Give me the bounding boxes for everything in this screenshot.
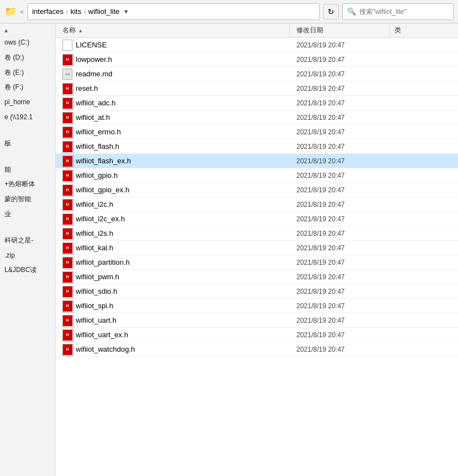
- table-row[interactable]: H wifiiot_flash_ex.h 2021/8/19 20:47: [56, 154, 458, 168]
- table-row[interactable]: H wifiiot_gpio.h 2021/8/19 20:47: [56, 168, 458, 183]
- sidebar-item-drive-c[interactable]: ows (C:): [0, 35, 55, 50]
- table-row[interactable]: H wifiiot_i2c.h 2021/8/19 20:47: [56, 197, 458, 212]
- sidebar-item-fuse[interactable]: +热熔断体: [0, 177, 55, 192]
- sidebar-item-smart[interactable]: 蒙的智能: [0, 192, 55, 207]
- file-icon-h: H: [62, 83, 72, 94]
- file-list: LICENSE 2021/8/19 20:47 H lowpower.h 202…: [56, 38, 458, 476]
- sidebar-item-pi-home[interactable]: pi_home: [0, 95, 55, 110]
- file-cell-date: 2021/8/19 20:47: [290, 300, 390, 312]
- breadcrumb-interfaces[interactable]: interfaces: [32, 7, 64, 16]
- table-row[interactable]: H wifiiot_watchdog.h 2021/8/19 20:47: [56, 342, 458, 357]
- file-name-label: wifiiot_partition.h: [76, 258, 130, 266]
- file-cell-name: H wifiiot_at.h: [56, 110, 290, 125]
- breadcrumb-wifiiot-lite[interactable]: wifiiot_lite: [88, 7, 119, 16]
- file-icon-md: md: [62, 69, 72, 80]
- table-row[interactable]: H wifiiot_gpio_ex.h 2021/8/19 20:47: [56, 183, 458, 197]
- file-cell-type: [390, 246, 458, 250]
- refresh-button[interactable]: ↻: [323, 4, 339, 20]
- sidebar-item-ability[interactable]: 能: [0, 162, 55, 177]
- breadcrumb-bar[interactable]: interfaces › kits › wifiiot_lite ▾: [27, 3, 320, 20]
- sidebar-item-research[interactable]: 科研之星-: [0, 233, 55, 248]
- table-row[interactable]: H lowpower.h 2021/8/19 20:47: [56, 52, 458, 67]
- file-name-label: wifiiot_gpio_ex.h: [76, 186, 129, 194]
- file-cell-date: 2021/8/19 20:47: [290, 98, 390, 109]
- table-row[interactable]: H wifiiot_spi.h 2021/8/19 20:47: [56, 299, 458, 313]
- sidebar-item-drive-e[interactable]: 卷 (E:): [0, 65, 55, 80]
- table-row[interactable]: H reset.h 2021/8/19 20:47: [56, 81, 458, 96]
- table-row[interactable]: H wifiiot_uart.h 2021/8/19 20:47: [56, 313, 458, 328]
- table-row[interactable]: H wifiiot_pwm.h 2021/8/19 20:47: [56, 270, 458, 284]
- file-name-label: wifiiot_watchdog.h: [76, 345, 135, 353]
- col-name-label: 名称: [62, 26, 76, 35]
- file-cell-name: H wifiiot_pwm.h: [56, 270, 290, 284]
- file-name-label: wifiiot_uart.h: [76, 316, 116, 324]
- sidebar-collapse-btn[interactable]: ▲: [0, 26, 55, 35]
- file-cell-type: [390, 174, 458, 177]
- col-header-type[interactable]: 类: [390, 23, 458, 37]
- file-cell-type: [390, 203, 458, 206]
- file-cell-name: H wifiiot_spi.h: [56, 299, 290, 313]
- search-icon: 🔍: [347, 7, 356, 16]
- file-icon-license: [62, 40, 72, 51]
- file-icon-h: H: [62, 242, 72, 254]
- sidebar-item-board[interactable]: 板: [0, 136, 55, 151]
- file-icon-h: H: [62, 199, 72, 210]
- sidebar-item-drive-f[interactable]: 卷 (F:): [0, 80, 55, 95]
- sidebar-item-zip[interactable]: .zip: [0, 248, 55, 263]
- breadcrumb-dropdown-icon[interactable]: ▾: [124, 7, 128, 16]
- sidebar-item-industry[interactable]: 业: [0, 207, 55, 222]
- file-icon-h: H: [62, 170, 72, 181]
- table-row[interactable]: H wifiiot_sdio.h 2021/8/19 20:47: [56, 284, 458, 299]
- file-cell-date: 2021/8/19 20:47: [290, 199, 390, 210]
- file-cell-name: H wifiiot_i2c.h: [56, 197, 290, 212]
- file-icon-h: H: [62, 184, 72, 196]
- file-cell-type: [390, 130, 458, 134]
- search-input[interactable]: [359, 8, 449, 16]
- file-icon-h: H: [62, 213, 72, 225]
- file-cell-type: [390, 188, 458, 192]
- table-row[interactable]: H wifiiot_i2s.h 2021/8/19 20:47: [56, 226, 458, 241]
- table-row[interactable]: H wifiiot_errno.h 2021/8/19 20:47: [56, 125, 458, 139]
- file-name-label: readme.md: [76, 70, 113, 78]
- table-row[interactable]: H wifiiot_i2c_ex.h 2021/8/19 20:47: [56, 212, 458, 226]
- col-type-label: 类: [394, 26, 401, 34]
- sidebar-item-network[interactable]: e (\\192.1: [0, 110, 55, 125]
- table-row[interactable]: md readme.md 2021/8/19 20:47: [56, 67, 458, 81]
- table-row[interactable]: H wifiiot_kal.h 2021/8/19 20:47: [56, 241, 458, 255]
- sidebar-item-jdbc[interactable]: L&JDBC读: [0, 263, 55, 278]
- file-cell-name: H wifiiot_adc.h: [56, 96, 290, 110]
- sidebar-item-drive-d[interactable]: 卷 (D:): [0, 50, 55, 65]
- file-name-label: wifiiot_flash_ex.h: [76, 157, 131, 165]
- file-cell-date: 2021/8/19 20:47: [290, 271, 390, 283]
- file-cell-date: 2021/8/19 20:47: [290, 213, 390, 225]
- table-row[interactable]: LICENSE 2021/8/19 20:47: [56, 38, 458, 52]
- file-cell-date: 2021/8/19 20:47: [290, 156, 390, 167]
- file-cell-type: [390, 116, 458, 119]
- file-cell-name: H wifiiot_flash_ex.h: [56, 154, 290, 168]
- file-icon-h: H: [62, 300, 72, 312]
- file-name-label: LICENSE: [76, 41, 107, 49]
- table-row[interactable]: H wifiiot_adc.h 2021/8/19 20:47: [56, 96, 458, 110]
- sort-up-icon: ▲: [78, 28, 83, 33]
- col-header-date[interactable]: 修改日期: [290, 23, 390, 37]
- search-bar[interactable]: 🔍: [342, 3, 454, 20]
- table-row[interactable]: H wifiiot_flash.h 2021/8/19 20:47: [56, 139, 458, 154]
- table-row[interactable]: H wifiiot_uart_ex.h 2021/8/19 20:47: [56, 328, 458, 342]
- file-cell-date: 2021/8/19 20:47: [290, 184, 390, 196]
- breadcrumb-sep-1: ›: [66, 7, 68, 16]
- file-icon-h: H: [62, 286, 72, 297]
- file-cell-name: H wifiiot_kal.h: [56, 241, 290, 255]
- breadcrumb-sep-2: ›: [84, 7, 86, 16]
- file-cell-type: [390, 159, 458, 163]
- folder-icon: 📁: [4, 6, 17, 18]
- file-cell-date: 2021/8/19 20:47: [290, 40, 390, 51]
- table-row[interactable]: H wifiiot_at.h 2021/8/19 20:47: [56, 110, 458, 125]
- file-icon-h: H: [62, 257, 72, 268]
- breadcrumb-kits[interactable]: kits: [70, 7, 81, 16]
- table-row[interactable]: H wifiiot_partition.h 2021/8/19 20:47: [56, 255, 458, 270]
- col-header-name[interactable]: 名称 ▲: [56, 23, 290, 37]
- file-name-label: wifiiot_spi.h: [76, 302, 113, 310]
- file-cell-name: H wifiiot_uart_ex.h: [56, 328, 290, 342]
- column-header: 名称 ▲ 修改日期 类: [56, 23, 458, 38]
- file-cell-name: H wifiiot_watchdog.h: [56, 342, 290, 357]
